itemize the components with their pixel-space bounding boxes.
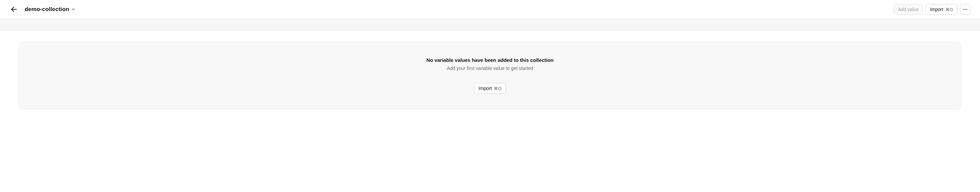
import-button-header[interactable]: Import ⌘O (926, 4, 957, 15)
empty-state-card: No variable values have been added to th… (19, 42, 961, 109)
page-header: demo-collection Add value Import ⌘O (0, 0, 980, 19)
empty-state-subtitle: Add your first variable value to get sta… (447, 66, 533, 71)
add-value-label: Add value (898, 7, 919, 12)
import-shortcut: ⌘O (945, 7, 953, 12)
collection-title-dropdown[interactable]: demo-collection (25, 6, 76, 13)
header-actions: Add value Import ⌘O (894, 4, 970, 15)
header-left: demo-collection (10, 5, 76, 14)
import-button-empty[interactable]: Import ⌘O (474, 83, 506, 94)
import-shortcut-empty: ⌘O (494, 86, 501, 91)
import-label: Import (930, 7, 943, 12)
empty-state-title: No variable values have been added to th… (426, 57, 554, 63)
more-horizontal-icon (963, 7, 968, 12)
sub-toolbar (0, 19, 980, 31)
svg-point-1 (963, 9, 964, 10)
import-label-empty: Import (479, 86, 492, 91)
collection-title: demo-collection (25, 6, 69, 13)
add-value-button[interactable]: Add value (894, 4, 923, 15)
back-button[interactable] (10, 5, 19, 14)
main-content: No variable values have been added to th… (0, 31, 980, 109)
arrow-left-icon (10, 6, 18, 13)
more-actions-button[interactable] (960, 4, 970, 15)
svg-point-2 (965, 9, 966, 10)
chevron-down-icon (71, 7, 76, 12)
svg-point-3 (966, 9, 967, 10)
